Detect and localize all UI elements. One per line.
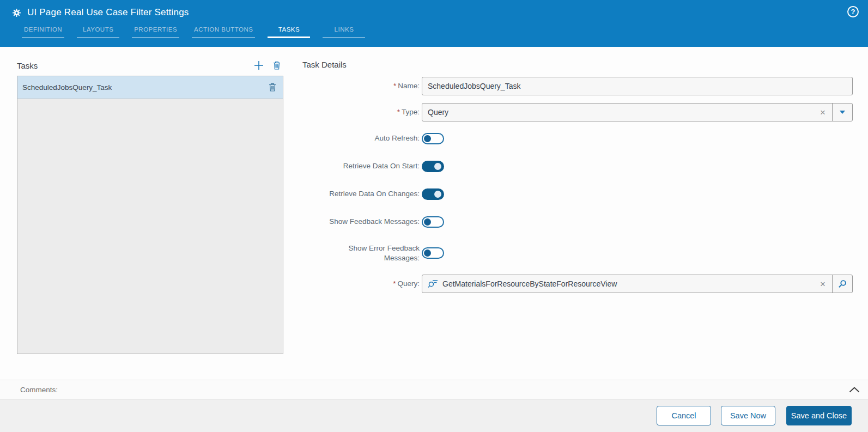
trash-icon (269, 83, 276, 92)
type-label: *Type: (302, 107, 420, 117)
show-error-feedback-label: Show Error Feedback Messages: (302, 244, 420, 263)
type-dropdown-button[interactable] (832, 104, 852, 121)
retrieve-on-start-row: Retrieve Data On Start: (302, 160, 853, 172)
show-error-feedback-toggle[interactable] (422, 247, 444, 259)
name-label: *Name: (302, 81, 420, 91)
footer-action-bar: Cancel Save Now Save and Close (0, 399, 868, 432)
delete-task-button[interactable] (273, 61, 281, 70)
query-combobox: GetMaterialsForResourceByStateForResourc… (422, 275, 853, 293)
query-value: GetMaterialsForResourceByStateForResourc… (442, 279, 817, 288)
tab-properties[interactable]: PROPERTIES (132, 26, 179, 38)
task-details-panel: Task Details *Name: ScheduledJobsQuery_T… (302, 60, 853, 301)
required-asterisk: * (397, 108, 400, 116)
tab-layouts[interactable]: LAYOUTS (77, 26, 119, 38)
trash-icon (273, 61, 281, 70)
query-input[interactable]: GetMaterialsForResourceByStateForResourc… (422, 275, 832, 293)
type-field-row: *Type: Query × (302, 103, 853, 121)
tab-bar: DEFINITION LAYOUTS PROPERTIES ACTION BUT… (0, 26, 868, 38)
header: UI Page Real Use Case Filter Settings ? … (0, 0, 868, 47)
query-search-button[interactable] (832, 275, 852, 293)
query-field-row: *Query: GetMaterialsForResou (302, 275, 853, 293)
chevron-down-icon (840, 111, 845, 114)
query-label: *Query: (302, 279, 420, 289)
comments-bar: Comments: (0, 380, 868, 399)
comments-label: Comments: (20, 386, 58, 394)
tasks-panel-title: Tasks (17, 61, 38, 70)
toggle-knob (434, 163, 441, 170)
save-and-close-button[interactable]: Save and Close (786, 406, 852, 425)
type-value: Query (428, 108, 817, 117)
retrieve-on-changes-row: Retrieve Data On Changes: (302, 188, 853, 200)
show-feedback-row: Show Feedback Messages: (302, 216, 853, 228)
help-icon[interactable]: ? (847, 6, 859, 17)
auto-refresh-toggle[interactable] (422, 133, 444, 144)
cancel-button[interactable]: Cancel (657, 406, 711, 425)
auto-refresh-row: Auto Refresh: (302, 132, 853, 144)
required-asterisk: * (393, 82, 396, 90)
required-asterisk: * (393, 279, 396, 288)
gear-icon (12, 8, 21, 17)
query-icon (428, 279, 438, 288)
name-input-value: ScheduledJobsQuery_Task (428, 82, 520, 90)
tasks-panel: Tasks (17, 60, 283, 354)
toggle-knob (424, 135, 431, 142)
task-details-title: Task Details (302, 60, 853, 69)
name-field-row: *Name: ScheduledJobsQuery_Task (302, 77, 853, 95)
tasks-panel-actions (254, 60, 281, 70)
show-error-feedback-row: Show Error Feedback Messages: (302, 244, 853, 263)
retrieve-on-changes-label: Retrieve Data On Changes: (302, 189, 420, 199)
toggle-knob (424, 218, 431, 226)
tab-tasks[interactable]: TASKS (268, 26, 310, 38)
show-feedback-label: Show Feedback Messages: (302, 217, 420, 227)
chevron-up-icon (849, 387, 860, 393)
page-title: UI Page Real Use Case Filter Settings (27, 7, 189, 18)
tab-action-buttons[interactable]: ACTION BUTTONS (192, 26, 255, 38)
toggle-knob (424, 250, 431, 257)
tab-links[interactable]: LINKS (323, 26, 365, 38)
show-feedback-toggle[interactable] (422, 216, 444, 228)
tasks-panel-header: Tasks (17, 60, 283, 71)
type-input[interactable]: Query × (422, 104, 832, 121)
auto-refresh-label: Auto Refresh: (302, 133, 420, 143)
retrieve-on-start-toggle[interactable] (422, 161, 444, 172)
toggle-knob (434, 191, 441, 198)
retrieve-on-changes-toggle[interactable] (422, 188, 444, 200)
type-combobox: Query × (422, 103, 853, 121)
tab-definition[interactable]: DEFINITION (22, 26, 64, 38)
save-now-button[interactable]: Save Now (721, 406, 775, 425)
task-list-item[interactable]: ScheduledJobsQuery_Task (17, 76, 283, 99)
clear-query-icon[interactable]: × (817, 279, 829, 289)
title-row: UI Page Real Use Case Filter Settings (0, 0, 868, 18)
expand-comments-button[interactable] (849, 387, 860, 393)
main-content: Tasks (0, 47, 868, 380)
delete-row-button[interactable] (269, 83, 276, 92)
clear-type-icon[interactable]: × (817, 108, 829, 117)
retrieve-on-start-label: Retrieve Data On Start: (302, 161, 420, 171)
name-input[interactable]: ScheduledJobsQuery_Task (422, 77, 853, 95)
add-task-button[interactable] (254, 60, 264, 70)
plus-icon (254, 60, 264, 70)
search-icon (838, 279, 847, 288)
task-name: ScheduledJobsQuery_Task (22, 83, 112, 92)
task-list: ScheduledJobsQuery_Task (17, 76, 283, 354)
